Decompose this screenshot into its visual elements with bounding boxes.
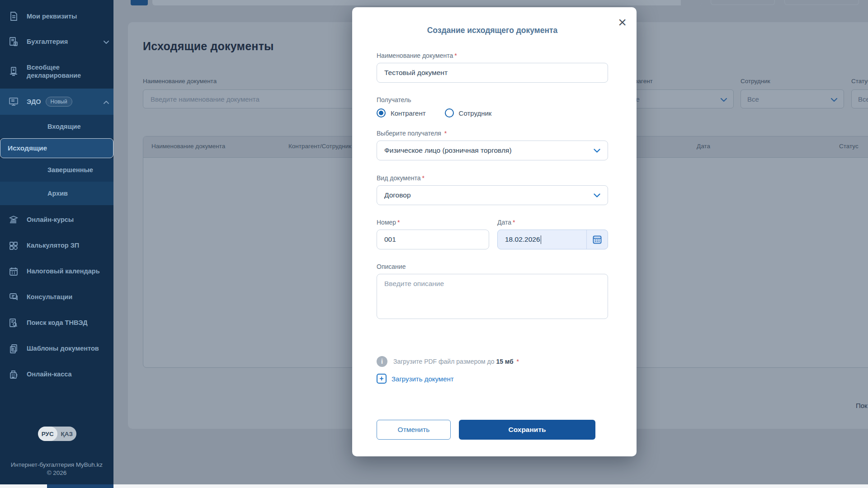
bottom-strip-accent — [47, 484, 113, 488]
doc-type-select-value: Договор — [384, 191, 411, 199]
chevron-down-icon — [594, 146, 600, 155]
close-icon[interactable]: × — [618, 15, 627, 29]
upload-document-button[interactable]: + Загрузить документ — [377, 374, 608, 384]
sidebar-item-declaration[interactable]: Всеобщее декларирование — [0, 54, 112, 89]
declaration-icon — [8, 66, 20, 77]
document-icon — [8, 11, 20, 22]
sidebar-item-document-templates[interactable]: Шаблоны документов — [0, 336, 113, 361]
recipient-select-value: Физическое лицо (розничная торговля) — [384, 146, 512, 155]
toolbar-field-fragment[interactable] — [711, 0, 775, 5]
sidebar-item-consultations[interactable]: Консультации — [0, 284, 113, 310]
sidebar-item-edo[interactable]: ЭДО Новый — [0, 89, 113, 115]
required-mark: * — [454, 52, 457, 59]
required-mark: * — [517, 358, 519, 365]
ledger-icon — [8, 36, 20, 47]
sidebar-item-label: Калькулятор ЗП — [27, 241, 79, 249]
doc-name-input[interactable] — [377, 63, 608, 83]
number-input[interactable] — [377, 230, 489, 249]
sidebar-item-label: Всеобщее декларирование — [27, 63, 108, 80]
calendar-icon[interactable] — [586, 230, 608, 249]
page-title: Исходящие документы — [143, 40, 274, 53]
plus-icon: + — [377, 374, 387, 384]
sidebar-item-label: Шаблоны документов — [27, 344, 99, 352]
sidebar-item-my-requisites[interactable]: Мои реквизиты — [0, 4, 113, 29]
sidebar-item-completed[interactable]: Завершенные — [0, 158, 113, 182]
sidebar-item-label: Поиск кода ТНВЭД — [27, 319, 88, 327]
bottom-strip — [0, 484, 868, 488]
date-input[interactable]: 18.02.2026 — [497, 230, 608, 249]
chevron-down-icon — [104, 38, 109, 46]
save-button[interactable]: Сохранить — [459, 420, 595, 440]
required-mark: * — [444, 130, 447, 137]
courses-icon — [8, 215, 20, 225]
recipient-select[interactable]: Физическое лицо (розничная торговля) — [377, 141, 608, 160]
table-header-name: Наименование документа — [151, 143, 225, 150]
toolbar-button-fragment[interactable] — [131, 0, 148, 5]
edo-icon — [8, 96, 20, 107]
filter-employee-select[interactable]: Все — [741, 89, 844, 108]
sidebar-item-label: Налоговый календарь — [27, 267, 100, 275]
radio-counterparty[interactable]: Контрагент — [377, 108, 426, 117]
sidebar-item-online-cashdesk[interactable]: Онлайн-касса — [0, 361, 113, 387]
required-mark: * — [422, 174, 424, 182]
chevron-down-icon — [594, 191, 600, 199]
upload-info-row: i Загрузите PDF файл размером до 15 мб * — [377, 356, 608, 367]
modal-title: Создание исходящего документа — [377, 26, 608, 35]
doc-name-label: Наименование документа* — [377, 52, 608, 59]
required-mark: * — [397, 219, 400, 226]
chat-icon — [8, 292, 20, 303]
sidebar-item-outgoing[interactable]: Исходящие — [0, 138, 113, 158]
app-stage: Исходящие документы Наименование докумен… — [0, 0, 868, 488]
templates-icon — [8, 343, 20, 354]
chevron-up-icon — [104, 98, 109, 106]
date-label: Дата* — [497, 219, 608, 226]
sidebar-item-online-courses[interactable]: Онлайн-курсы — [0, 207, 113, 233]
toolbar-searchbar-fragment[interactable] — [152, 0, 702, 5]
upload-document-link[interactable]: Загрузить документ — [392, 375, 454, 383]
table-header-counterparty: Контрагент/Сотрудник — [288, 143, 351, 150]
language-rus-button[interactable]: РУС — [38, 427, 57, 441]
radio-unselected-icon — [445, 108, 454, 117]
sidebar-item-label: Онлайн-касса — [27, 370, 72, 378]
sidebar-item-accounting[interactable]: Бухгалтерия — [0, 29, 113, 54]
filter-counterparty-select[interactable]: Все — [621, 89, 734, 108]
filter-name-label: Наименование документа — [143, 78, 217, 84]
new-badge: Новый — [46, 97, 72, 107]
filter-employee-value: Все — [747, 95, 759, 103]
toolbar-field-fragment[interactable] — [784, 0, 859, 5]
chevron-down-icon — [721, 95, 727, 103]
upload-info-text: Загрузите PDF файл размером до 15 мб * — [393, 358, 519, 365]
radio-employee[interactable]: Сотрудник — [445, 108, 492, 117]
filter-employee-label: Сотрудник — [741, 78, 770, 84]
sidebar-item-salary-calculator[interactable]: Калькулятор ЗП — [0, 233, 113, 258]
sidebar-item-tnved-search[interactable]: Поиск кода ТНВЭД — [0, 310, 113, 336]
sidebar-item-label: Онлайн-курсы — [27, 216, 74, 224]
doc-type-select[interactable]: Договор — [377, 185, 608, 205]
doc-type-label: Вид документа* — [377, 174, 608, 182]
table-header-status: Статус — [839, 143, 859, 150]
footer-copyright: © 2026 — [0, 469, 113, 477]
text-caret — [541, 235, 542, 244]
number-label: Номер* — [377, 219, 489, 226]
date-value: 18.02.2026 — [505, 235, 540, 244]
sidebar-item-incoming[interactable]: Входящие — [0, 115, 113, 138]
sidebar-item-archive[interactable]: Архив — [0, 182, 113, 205]
radio-selected-icon — [377, 108, 386, 117]
cash-register-icon — [8, 369, 20, 380]
filter-status-select[interactable]: Все — [851, 89, 868, 108]
table-header-date: Дата — [697, 143, 710, 150]
toolbar-inner-button-fragment[interactable] — [681, 0, 702, 5]
choose-recipient-label: Выберите получателя * — [377, 130, 608, 137]
search-doc-icon — [8, 318, 20, 328]
cancel-button[interactable]: Отменить — [377, 420, 451, 440]
sidebar-footer: Интернет-бухгалтерия MyBuh.kz © 2026 — [0, 461, 113, 477]
sidebar-item-label: Бухгалтерия — [27, 38, 68, 46]
required-mark: * — [513, 219, 515, 226]
description-label: Описание — [377, 263, 608, 270]
sidebar-item-label: Консультации — [27, 293, 72, 301]
language-kaz-button[interactable]: ҚАЗ — [57, 427, 77, 441]
description-textarea[interactable] — [377, 274, 608, 319]
sidebar-item-tax-calendar[interactable]: Налоговый календарь — [0, 258, 113, 284]
calculator-icon — [8, 240, 20, 251]
filter-status-value: Все — [858, 95, 868, 103]
